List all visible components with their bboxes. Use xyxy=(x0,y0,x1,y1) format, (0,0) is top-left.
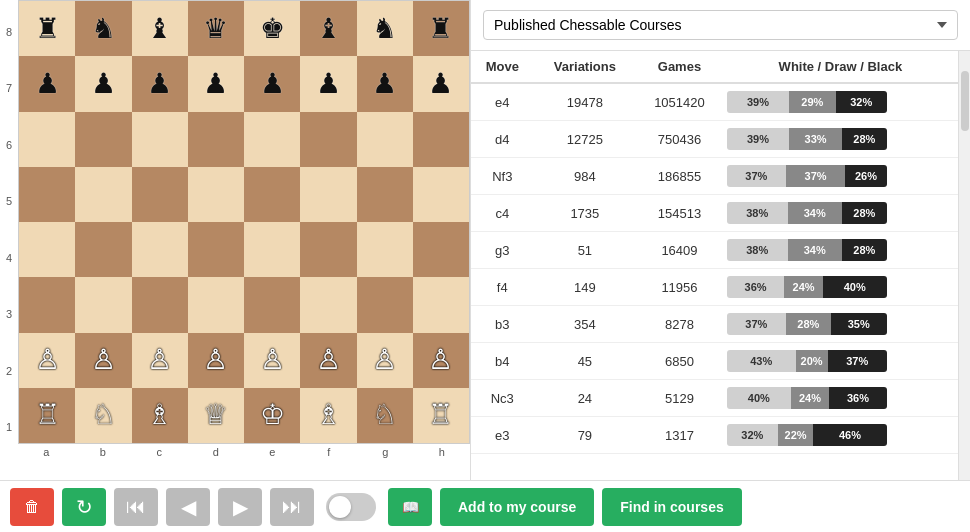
square[interactable] xyxy=(357,112,413,167)
square[interactable] xyxy=(300,112,356,167)
right-panel: Published Chessable CoursesMy Courses Mo… xyxy=(470,0,970,480)
square[interactable] xyxy=(132,112,188,167)
wdb-bar: 38%34%28% xyxy=(727,239,887,261)
wdb-cell: 37%37%26% xyxy=(723,158,958,195)
prev-icon: ◀ xyxy=(181,495,196,519)
square[interactable]: ♟ xyxy=(413,56,469,111)
square[interactable] xyxy=(300,222,356,277)
square[interactable] xyxy=(357,277,413,332)
square[interactable] xyxy=(188,167,244,222)
square[interactable]: ♚ xyxy=(244,1,300,56)
first-move-button[interactable]: ⏮ xyxy=(114,488,158,526)
square[interactable] xyxy=(413,222,469,277)
square[interactable]: ♙ xyxy=(357,333,413,388)
file-label: d xyxy=(189,446,243,458)
square[interactable]: ♞ xyxy=(75,1,131,56)
square[interactable]: ♜ xyxy=(19,1,75,56)
delete-button[interactable]: 🗑 xyxy=(10,488,54,526)
book-icon-button[interactable]: 📖 xyxy=(388,488,432,526)
square[interactable]: ♟ xyxy=(357,56,413,111)
table-container[interactable]: MoveVariationsGamesWhite / Draw / Black … xyxy=(471,51,958,480)
square[interactable] xyxy=(19,112,75,167)
square[interactable] xyxy=(19,277,75,332)
square[interactable] xyxy=(19,167,75,222)
rank-label: 5 xyxy=(2,196,16,207)
square[interactable] xyxy=(413,112,469,167)
variations-cell: 79 xyxy=(534,417,637,454)
square[interactable] xyxy=(300,167,356,222)
square[interactable] xyxy=(75,167,131,222)
square[interactable] xyxy=(75,112,131,167)
square[interactable]: ♖ xyxy=(413,388,469,443)
square[interactable]: ♙ xyxy=(19,333,75,388)
square[interactable]: ♟ xyxy=(300,56,356,111)
square[interactable]: ♟ xyxy=(132,56,188,111)
square[interactable] xyxy=(413,167,469,222)
table-row[interactable]: e419478105142039%29%32% xyxy=(471,83,958,121)
wdb-bar: 37%37%26% xyxy=(727,165,887,187)
square[interactable]: ♟ xyxy=(188,56,244,111)
square[interactable]: ♘ xyxy=(75,388,131,443)
square[interactable] xyxy=(75,222,131,277)
square[interactable]: ♙ xyxy=(132,333,188,388)
table-row[interactable]: b3354827837%28%35% xyxy=(471,306,958,343)
refresh-button[interactable]: ↻ xyxy=(62,488,106,526)
square[interactable]: ♘ xyxy=(357,388,413,443)
square[interactable]: ♕ xyxy=(188,388,244,443)
square[interactable] xyxy=(188,277,244,332)
square[interactable] xyxy=(413,277,469,332)
table-row[interactable]: f41491195636%24%40% xyxy=(471,269,958,306)
table-row[interactable]: c4173515451338%34%28% xyxy=(471,195,958,232)
find-in-courses-button[interactable]: Find in courses xyxy=(602,488,741,526)
square[interactable] xyxy=(300,277,356,332)
square[interactable] xyxy=(244,222,300,277)
rank-labels: 87654321 xyxy=(0,0,18,460)
file-labels: abcdefgh xyxy=(18,444,470,460)
table-row[interactable]: b445685043%20%37% xyxy=(471,343,958,380)
square[interactable] xyxy=(188,112,244,167)
square[interactable] xyxy=(244,112,300,167)
table-row[interactable]: g3511640938%34%28% xyxy=(471,232,958,269)
square[interactable] xyxy=(75,277,131,332)
square[interactable] xyxy=(244,277,300,332)
square[interactable]: ♔ xyxy=(244,388,300,443)
square[interactable]: ♝ xyxy=(300,1,356,56)
square[interactable]: ♟ xyxy=(19,56,75,111)
square[interactable]: ♟ xyxy=(244,56,300,111)
square[interactable]: ♙ xyxy=(188,333,244,388)
toggle-switch[interactable] xyxy=(326,493,376,521)
square[interactable] xyxy=(244,167,300,222)
square[interactable]: ♙ xyxy=(244,333,300,388)
square[interactable]: ♗ xyxy=(300,388,356,443)
scrollbar-area[interactable] xyxy=(958,51,970,480)
square[interactable] xyxy=(132,222,188,277)
square[interactable] xyxy=(188,222,244,277)
last-move-button[interactable]: ⏭ xyxy=(270,488,314,526)
square[interactable]: ♝ xyxy=(132,1,188,56)
square[interactable]: ♜ xyxy=(413,1,469,56)
square[interactable]: ♗ xyxy=(132,388,188,443)
square[interactable]: ♛ xyxy=(188,1,244,56)
square[interactable] xyxy=(132,277,188,332)
square[interactable]: ♟ xyxy=(75,56,131,111)
next-move-button[interactable]: ▶ xyxy=(218,488,262,526)
file-label: a xyxy=(19,446,73,458)
square[interactable]: ♖ xyxy=(19,388,75,443)
square[interactable]: ♙ xyxy=(413,333,469,388)
square[interactable] xyxy=(19,222,75,277)
table-row[interactable]: Nc324512940%24%36% xyxy=(471,380,958,417)
square[interactable] xyxy=(357,167,413,222)
table-row[interactable]: e379131732%22%46% xyxy=(471,417,958,454)
variations-cell: 12725 xyxy=(534,121,637,158)
add-to-course-button[interactable]: Add to my course xyxy=(440,488,594,526)
prev-move-button[interactable]: ◀ xyxy=(166,488,210,526)
square[interactable]: ♙ xyxy=(75,333,131,388)
square[interactable] xyxy=(357,222,413,277)
file-label: e xyxy=(245,446,299,458)
square[interactable]: ♞ xyxy=(357,1,413,56)
square[interactable] xyxy=(132,167,188,222)
table-row[interactable]: d41272575043639%33%28% xyxy=(471,121,958,158)
table-row[interactable]: Nf398418685537%37%26% xyxy=(471,158,958,195)
square[interactable]: ♙ xyxy=(300,333,356,388)
course-select[interactable]: Published Chessable CoursesMy Courses xyxy=(483,10,958,40)
